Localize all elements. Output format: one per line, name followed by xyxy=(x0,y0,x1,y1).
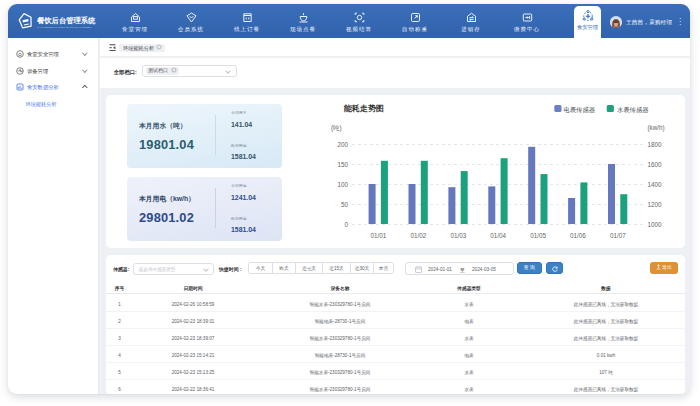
svg-text:能耗走势图: 能耗走势图 xyxy=(343,104,384,113)
svg-text:1600: 1600 xyxy=(648,161,663,168)
svg-text:水表传感器: 水表传感器 xyxy=(617,106,649,113)
svg-text:1400: 1400 xyxy=(648,181,663,188)
svg-text:100: 100 xyxy=(337,181,348,188)
svg-text:1800: 1800 xyxy=(648,141,663,148)
svg-text:150: 150 xyxy=(337,161,348,168)
svg-text:(kw/h): (kw/h) xyxy=(648,124,665,132)
svg-text:1200: 1200 xyxy=(648,201,663,208)
svg-text:1000: 1000 xyxy=(648,221,663,228)
svg-text:01/04: 01/04 xyxy=(490,232,506,239)
svg-text:01/03: 01/03 xyxy=(450,232,466,239)
svg-text:01/06: 01/06 xyxy=(570,232,586,239)
svg-text:(吨): (吨) xyxy=(331,124,342,132)
svg-text:电表传感器: 电表传感器 xyxy=(564,106,596,113)
svg-text:01/07: 01/07 xyxy=(610,232,626,239)
svg-text:01/02: 01/02 xyxy=(411,232,427,239)
svg-text:01/01: 01/01 xyxy=(371,232,387,239)
svg-text:01/05: 01/05 xyxy=(530,232,546,239)
svg-text:50: 50 xyxy=(341,201,349,208)
svg-text:0: 0 xyxy=(344,221,348,228)
svg-text:200: 200 xyxy=(337,141,348,148)
